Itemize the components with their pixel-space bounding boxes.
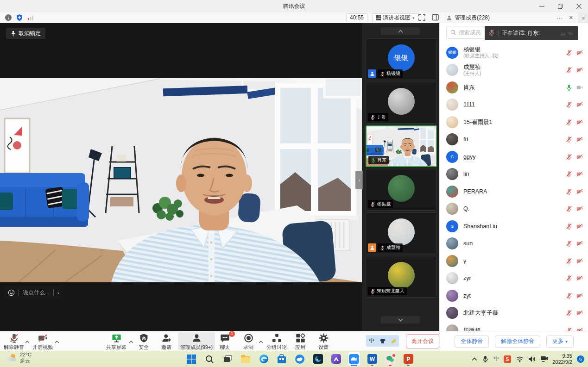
toolbar-person-plus-button[interactable]: 邀请: [155, 333, 178, 351]
tray-wifi-icon[interactable]: [516, 356, 524, 362]
toolbar-groups-button[interactable]: 分组讨论: [262, 333, 291, 351]
taskbar-clock[interactable]: 9:35 2022/9/2: [552, 353, 572, 365]
close-button[interactable]: [569, 0, 588, 12]
member-row-ShanshanLiu[interactable]: SShanshanLiu: [440, 218, 588, 235]
toolbar-expand-caret[interactable]: [25, 337, 30, 345]
taskbar-windows-logo-icon[interactable]: [184, 352, 198, 366]
mic-muted-icon[interactable]: [566, 67, 572, 73]
unmute-all-button[interactable]: 解除全体静音: [495, 336, 540, 348]
toolbar-apps-button[interactable]: 应用: [287, 333, 313, 351]
video-thumbnail-杨银银[interactable]: 银银杨银银: [366, 38, 437, 80]
camera-muted-icon[interactable]: [576, 119, 583, 125]
fullscreen-button[interactable]: [418, 14, 426, 22]
restore-button[interactable]: [551, 0, 569, 12]
mic-muted-icon[interactable]: [566, 240, 572, 247]
taskbar-powerpoint-icon[interactable]: P: [401, 352, 415, 366]
taskbar-swirl-app-icon[interactable]: [311, 352, 325, 366]
toolbar-screen-share-button[interactable]: 共享屏幕: [103, 333, 130, 351]
member-row-15-崔雨晨1[interactable]: 15-崔雨晨1: [440, 113, 588, 131]
emoji-icon[interactable]: [8, 289, 15, 296]
member-row-ggyy[interactable]: Gggyy: [440, 148, 588, 166]
camera-muted-icon[interactable]: [576, 310, 583, 316]
tray-volume-icon[interactable]: [528, 356, 536, 362]
toolbar-gear-button[interactable]: 设置: [311, 333, 335, 351]
mic-muted-icon[interactable]: [566, 188, 572, 195]
panel-drag-grip[interactable]: ≡: [578, 12, 588, 23]
ime-edit-icon[interactable]: [388, 336, 398, 346]
member-row-ftt[interactable]: ftt: [440, 131, 588, 149]
member-row-lin[interactable]: lin: [440, 166, 588, 183]
mic-muted-icon[interactable]: [566, 50, 572, 56]
mic-muted-icon[interactable]: [566, 171, 572, 177]
ime-skin-icon[interactable]: [378, 336, 387, 346]
quick-message-bar[interactable]: 说点什么... ‹: [4, 286, 63, 299]
camera-muted-icon[interactable]: [576, 188, 583, 195]
toolbar-mic-button[interactable]: 解除静音: [1, 333, 27, 351]
mic-muted-icon[interactable]: [566, 136, 572, 143]
member-row-zyr[interactable]: zyr: [440, 270, 588, 287]
mic-on-icon[interactable]: [566, 84, 572, 91]
member-row-PERARA[interactable]: PERARA: [440, 183, 588, 200]
camera-muted-icon[interactable]: [576, 205, 583, 212]
video-thumbnail-张振威[interactable]: 张振威: [366, 169, 437, 211]
collapse-message-bar-icon[interactable]: ‹: [57, 290, 59, 295]
member-row-1111[interactable]: 1111: [440, 96, 588, 114]
video-thumbnail-肖东[interactable]: 肖东: [366, 125, 437, 167]
ime-lang-chip[interactable]: 中: [367, 336, 377, 346]
camera-muted-icon[interactable]: [576, 327, 583, 331]
member-row-Q.[interactable]: Q.: [440, 200, 588, 218]
mute-all-button[interactable]: 全体静音: [455, 336, 489, 348]
tray-tray-mic-icon[interactable]: [482, 355, 489, 362]
scroll-up-button[interactable]: [381, 27, 420, 35]
camera-muted-icon[interactable]: [576, 50, 583, 56]
toolbar-chat-button[interactable]: 1聊天: [214, 333, 235, 351]
taskbar-search-icon[interactable]: [202, 352, 216, 366]
mic-muted-icon[interactable]: [566, 310, 572, 316]
unpin-button[interactable]: 取消锁定: [6, 28, 45, 39]
taskbar-task-view-icon[interactable]: [221, 352, 234, 366]
taskbar-file-explorer-icon[interactable]: [239, 352, 253, 366]
tray-sogou-icon[interactable]: S: [504, 355, 511, 363]
mic-muted-icon[interactable]: [566, 119, 572, 125]
camera-muted-icon[interactable]: [576, 136, 583, 143]
mic-muted-icon[interactable]: [566, 205, 572, 212]
mic-muted-icon[interactable]: [566, 292, 572, 299]
taskbar-tencent-meeting-icon[interactable]: [347, 352, 361, 366]
camera-muted-icon[interactable]: [576, 258, 583, 264]
toolbar-expand-caret[interactable]: [55, 337, 59, 345]
toolbar-person-button[interactable]: 管理成员(99+): [179, 333, 214, 351]
toolbar-cam-button[interactable]: 开启视频: [30, 333, 56, 351]
taskbar-ms-store-icon[interactable]: [275, 352, 289, 366]
mic-muted-icon[interactable]: [566, 275, 572, 281]
member-row-杨银银[interactable]: 银银杨银银(联席主持人, 我): [440, 44, 588, 62]
shield-protect-icon[interactable]: [16, 14, 24, 22]
member-row-肖东[interactable]: 肖东: [440, 79, 588, 96]
member-row-sun[interactable]: sun: [440, 235, 588, 253]
mic-muted-icon[interactable]: [566, 327, 572, 331]
minimize-button[interactable]: [532, 0, 551, 12]
meeting-info-icon[interactable]: i: [5, 14, 13, 22]
tray-chevron-up-icon[interactable]: [472, 357, 477, 361]
mic-muted-icon[interactable]: [566, 154, 572, 160]
view-mode-dropdown[interactable]: 演讲者视图 ▾: [372, 13, 418, 22]
video-thumbnail-宋玥芳北建大[interactable]: 宋玥芳北建大: [366, 256, 437, 298]
taskbar-wechat-icon[interactable]: [383, 352, 397, 366]
member-row-y[interactable]: y: [440, 252, 588, 270]
camera-muted-icon[interactable]: [576, 240, 583, 247]
camera-muted-icon[interactable]: [576, 292, 583, 299]
thumbnail-strip-handle[interactable]: ›: [355, 171, 363, 189]
camera-muted-icon[interactable]: [576, 101, 583, 108]
side-panel-toggle-button[interactable]: [432, 14, 440, 22]
panel-more-icon[interactable]: ···: [556, 14, 563, 21]
camera-muted-icon[interactable]: [576, 67, 583, 73]
tray-display-device-icon[interactable]: [540, 356, 548, 362]
video-thumbnail-丁哥[interactable]: 丁哥: [366, 82, 437, 124]
mic-muted-icon[interactable]: [566, 101, 572, 108]
mic-muted-icon[interactable]: [566, 223, 572, 230]
camera-muted-icon[interactable]: [576, 223, 583, 230]
member-row-zyt[interactable]: zyt: [440, 287, 588, 305]
taskbar-cloud-app-icon[interactable]: [293, 352, 307, 366]
mic-muted-icon[interactable]: [566, 258, 572, 264]
camera-muted-icon[interactable]: [576, 171, 583, 177]
camera-muted-icon[interactable]: [576, 154, 583, 160]
